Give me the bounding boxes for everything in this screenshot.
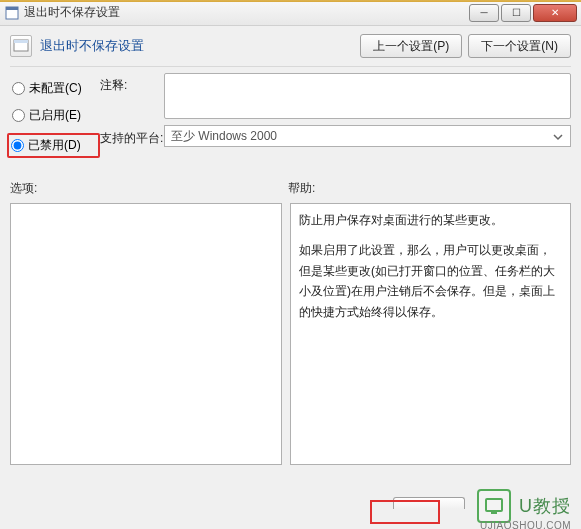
window-controls: ─ ☐ ✕	[467, 4, 577, 22]
maximize-button[interactable]: ☐	[501, 4, 531, 22]
radio-enabled-input[interactable]	[12, 109, 25, 122]
comment-textarea[interactable]	[164, 73, 571, 119]
svg-rect-4	[486, 499, 502, 511]
window-top-accent	[0, 0, 581, 2]
platform-label: 支持的平台:	[100, 126, 164, 147]
svg-rect-5	[491, 512, 497, 514]
supported-platforms-select[interactable]: 至少 Windows 2000	[164, 125, 571, 147]
radio-not-configured-label: 未配置(C)	[29, 80, 82, 97]
comment-label: 注释:	[100, 73, 164, 94]
supported-platforms-value: 至少 Windows 2000	[171, 128, 277, 145]
panels: 防止用户保存对桌面进行的某些更改。 如果启用了此设置，那么，用户可以更改桌面，但…	[0, 199, 581, 475]
minimize-button[interactable]: ─	[469, 4, 499, 22]
help-heading: 帮助:	[288, 180, 571, 197]
comment-row: 注释:	[100, 73, 571, 119]
panels-header: 选项: 帮助:	[0, 166, 581, 199]
svg-rect-3	[14, 40, 28, 43]
svg-rect-1	[6, 7, 18, 10]
radio-column: 未配置(C) 已启用(E) 已禁用(D)	[10, 73, 100, 166]
app-icon	[4, 5, 20, 21]
titlebar: 退出时不保存设置 ─ ☐ ✕	[0, 0, 581, 26]
help-paragraph-1: 防止用户保存对桌面进行的某些更改。	[299, 210, 562, 230]
help-panel[interactable]: 防止用户保存对桌面进行的某些更改。 如果启用了此设置，那么，用户可以更改桌面，但…	[290, 203, 571, 465]
form-column: 注释: 支持的平台: 至少 Windows 2000	[100, 73, 571, 166]
radio-not-configured[interactable]: 未配置(C)	[10, 79, 100, 98]
options-panel[interactable]	[10, 203, 282, 465]
radio-enabled-label: 已启用(E)	[29, 107, 81, 124]
close-button[interactable]: ✕	[533, 4, 577, 22]
next-setting-button[interactable]: 下一个设置(N)	[468, 34, 571, 58]
radio-enabled[interactable]: 已启用(E)	[10, 106, 100, 125]
previous-setting-button[interactable]: 上一个设置(P)	[360, 34, 462, 58]
radio-disabled-input[interactable]	[11, 139, 24, 152]
highlight-frame-bottom	[370, 500, 440, 524]
page-title: 退出时不保存设置	[40, 37, 354, 55]
watermark: U教授	[477, 489, 571, 523]
config-area: 未配置(C) 已启用(E) 已禁用(D) 注释: 支持的平台: 至少 Windo…	[0, 73, 581, 166]
radio-disabled-label: 已禁用(D)	[28, 137, 81, 154]
watermark-url: UJIAOSHOU.COM	[480, 520, 571, 529]
window-title: 退出时不保存设置	[24, 4, 467, 21]
help-paragraph-2: 如果启用了此设置，那么，用户可以更改桌面，但是某些更改(如已打开窗口的位置、任务…	[299, 240, 562, 322]
policy-icon	[10, 35, 32, 57]
watermark-badge-icon	[477, 489, 511, 523]
watermark-brand: U教授	[519, 494, 571, 518]
platform-row: 支持的平台: 至少 Windows 2000	[100, 125, 571, 147]
radio-disabled[interactable]: 已禁用(D)	[7, 133, 100, 158]
chevron-down-icon	[550, 129, 566, 145]
divider	[10, 66, 571, 67]
options-heading: 选项:	[10, 180, 288, 197]
radio-not-configured-input[interactable]	[12, 82, 25, 95]
header-row: 退出时不保存设置 上一个设置(P) 下一个设置(N)	[0, 26, 581, 62]
